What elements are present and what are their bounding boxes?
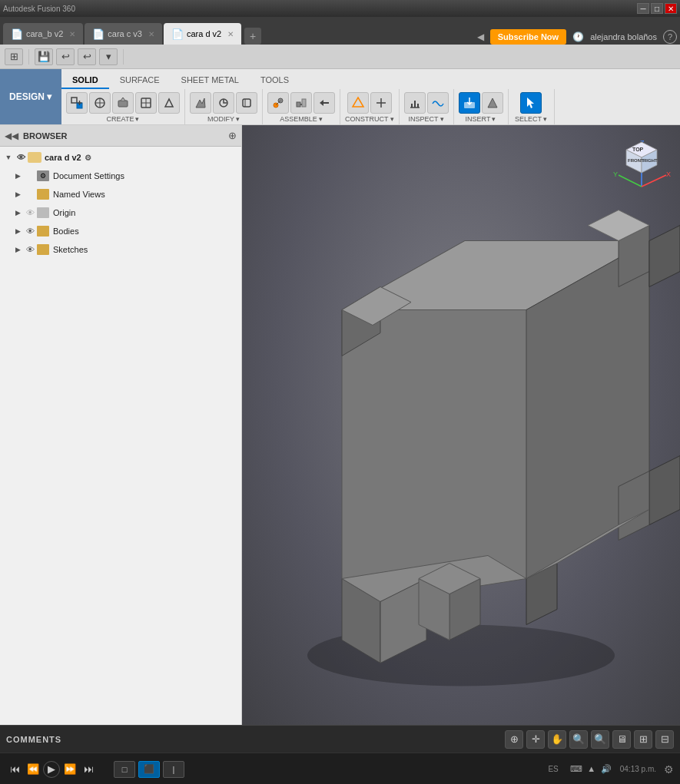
tree-settings-icon[interactable]: ⚙ [85,154,91,162]
inspect-icon-2[interactable] [427,92,449,114]
tree-arrow-icon[interactable]: ▶ [12,189,23,200]
create-icon-5[interactable] [158,92,180,114]
tree-item-bodies[interactable]: ▶ 👁 Bodies [0,222,241,240]
assemble-icon-2[interactable] [290,92,312,114]
tree-arrow-icon[interactable]: ▼ [3,152,14,163]
wire-view-icon[interactable]: ⬛ [138,761,160,778]
tree-item-named-views[interactable]: ▶ Named Views [0,185,241,203]
skip-start-button[interactable]: ⏮ [6,761,23,778]
construct-icon-2[interactable] [370,92,392,114]
design-button[interactable]: DESIGN ▾ [0,69,61,124]
prev-frame-button[interactable]: ⏪ [25,761,41,778]
grid-icon[interactable]: ⊞ [5,48,23,65]
inspect-icon-1[interactable] [404,92,426,114]
tree-arrow-icon[interactable]: ▶ [12,207,23,218]
create-icon-3[interactable] [112,92,134,114]
tab-close-icon[interactable]: ✕ [148,30,154,38]
hand-icon[interactable]: ✋ [548,730,566,749]
zoom-out-icon[interactable]: 🔍 [591,730,609,749]
assemble-icon-3[interactable] [313,92,335,114]
tree-item-origin[interactable]: ▶ 👁 Origin [0,203,241,222]
modify-label[interactable]: MODIFY ▾ [207,115,240,123]
feature-view-icon[interactable]: | [163,761,184,778]
tab-close-icon[interactable]: ✕ [227,30,234,38]
modify-icon-3[interactable] [236,92,257,114]
body-view-icon[interactable]: □ [114,761,135,778]
volume-icon: 🔊 [601,764,612,773]
insert-icon-2[interactable] [482,92,503,114]
pan-icon[interactable]: ✛ [526,730,545,749]
tree-eye-icon[interactable]: 👁 [25,244,35,255]
create-label[interactable]: CREATE ▾ [107,115,140,123]
tree-eye-icon[interactable]: 👁 [15,152,26,163]
tab-surface[interactable]: SURFACE [109,72,171,89]
tab-solid[interactable]: SOLID [61,72,109,89]
tab-cara-c-v3[interactable]: 📄 cara c v3 ✕ [85,23,162,45]
restore-button[interactable]: □ [651,3,663,14]
add-tab-button[interactable]: + [244,28,261,45]
minimize-button[interactable]: ─ [637,3,649,14]
subscribe-button[interactable]: Subscribe Now [490,29,566,45]
tab-cara-d-v2[interactable]: 📄 cara d v2 ✕ [164,23,241,45]
create-icon-4[interactable] [135,92,157,114]
tree-arrow-icon[interactable]: ▶ [12,226,23,237]
separator [28,49,29,65]
tree-item-root[interactable]: ▼ 👁 cara d v2 ⚙ [0,148,241,167]
assemble-label[interactable]: ASSEMBLE ▾ [280,115,323,123]
tree-eye-icon[interactable]: 👁 [25,226,35,237]
gear-folder-icon: ⚙ [37,170,49,181]
insert-icon-active[interactable] [459,92,480,114]
tree-item-sketches[interactable]: ▶ 👁 Sketches [0,240,241,259]
grid-icon[interactable]: ⊞ [634,730,652,749]
snap-icon[interactable]: ⊕ [505,730,523,749]
settings-gear-icon[interactable]: ⚙ [664,763,674,776]
navigation-cube[interactable]: Z Y X TOP FRONT RIGHT [611,133,672,194]
insert-group: INSERT ▾ [454,89,509,124]
tab-tools[interactable]: TOOLS [250,72,300,89]
save-icon[interactable]: 💾 [35,48,53,65]
svg-line-47 [619,175,642,187]
tree-item-label: Named Views [53,190,105,199]
assemble-group: ASSEMBLE ▾ [263,89,340,124]
inspect-group: INSPECT ▾ [400,89,454,124]
svg-rect-5 [118,101,128,107]
bottom-bar: COMMENTS ⊕ ✛ ✋ 🔍 🔍 🖥 ⊞ ⊟ [0,725,680,753]
select-label[interactable]: SELECT ▾ [515,115,547,123]
viewport[interactable]: Z Y X TOP FRONT RIGHT [242,125,680,725]
construct-icons-row [347,92,392,114]
inspect-label[interactable]: INSPECT ▾ [408,115,443,123]
tab-cara-b-v2[interactable]: 📄 cara_b v2 ✕ [3,23,83,45]
zoom-in-icon[interactable]: 🔍 [569,730,588,749]
select-icon[interactable] [520,92,542,114]
insert-label[interactable]: INSERT ▾ [466,115,496,123]
skip-end-button[interactable]: ⏭ [80,761,97,778]
tree-item-doc-settings[interactable]: ▶ ⚙ Document Settings [0,167,241,185]
comments-label: COMMENTS [6,735,61,744]
create-icon-2[interactable] [89,92,111,114]
next-frame-button[interactable]: ⏩ [61,761,78,778]
redo-icon[interactable]: ↩ [78,48,96,65]
mode-tabs: SOLID SURFACE SHEET METAL TOOLS [61,69,680,89]
undo-icon[interactable]: ↩ [56,48,75,65]
tree-arrow-icon[interactable]: ▶ [12,244,23,255]
layout-icon[interactable]: ⊟ [655,730,674,749]
modify-icon-2[interactable] [213,92,234,114]
assemble-icon-1[interactable] [267,92,289,114]
construct-icon-1[interactable] [347,92,369,114]
tree-arrow-icon[interactable]: ▶ [12,170,23,181]
toolbar-top: ⊞ 💾 ↩ ↩ ▾ [0,45,680,69]
help-button[interactable]: ? [663,30,677,44]
tab-sheet-metal[interactable]: SHEET METAL [171,72,250,89]
display-icon[interactable]: 🖥 [612,730,631,749]
svg-marker-18 [353,98,363,107]
tree-eye-icon[interactable]: 👁 [25,207,35,218]
play-button[interactable]: ▶ [43,761,60,778]
more-icon[interactable]: ▾ [99,48,118,65]
tree-item-label: Sketches [53,245,88,254]
modify-icon-1[interactable] [190,92,211,114]
tab-close-icon[interactable]: ✕ [69,30,75,38]
construct-label[interactable]: CONSTRUCT ▾ [345,115,394,123]
close-button[interactable]: ✕ [665,3,677,14]
assemble-icons-row [267,92,335,114]
create-icon-1[interactable] [66,92,88,114]
